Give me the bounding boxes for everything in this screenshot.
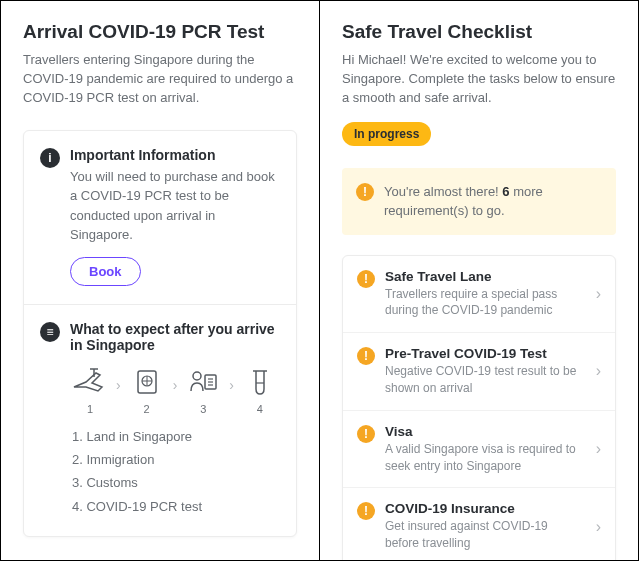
important-info-section: i Important Information You will need to… [24, 131, 296, 304]
checklist-item-pre-travel-test[interactable]: ! Pre-Travel COVID-19 Test Negative COVI… [343, 332, 615, 410]
step-num: 2 [144, 403, 150, 415]
progress-alert: ! You're almost there! 6 more requiremen… [342, 168, 616, 235]
checklist-item-visa[interactable]: ! Visa A valid Singapore visa is require… [343, 410, 615, 488]
item-title: COVID-19 Insurance [385, 501, 582, 516]
item-desc: Travellers require a special pass during… [385, 286, 582, 320]
book-button[interactable]: Book [70, 257, 141, 286]
list-item: 4. COVID-19 PCR test [72, 495, 280, 518]
page-title: Arrival COVID-19 PCR Test [23, 21, 297, 43]
important-text: You will need to purchase and book a COV… [70, 167, 280, 245]
chevron-right-icon: › [592, 518, 601, 536]
page-subtitle: Travellers entering Singapore during the… [23, 51, 297, 108]
item-title: Safe Travel Lane [385, 269, 582, 284]
passport-icon [129, 367, 165, 397]
chevron-right-icon: › [173, 377, 178, 393]
warning-icon: ! [357, 270, 375, 288]
customs-icon [185, 367, 221, 397]
checklist: ! Safe Travel Lane Travellers require a … [342, 255, 616, 560]
chevron-right-icon: › [116, 377, 121, 393]
warning-icon: ! [357, 502, 375, 520]
info-icon: i [40, 148, 60, 168]
svg-point-6 [193, 372, 201, 380]
test-tube-icon [242, 367, 278, 397]
step-2: 2 [129, 367, 165, 415]
chevron-right-icon: › [229, 377, 234, 393]
step-num: 4 [257, 403, 263, 415]
page-subtitle: Hi Michael! We're excited to welcome you… [342, 51, 616, 108]
step-1: 1 [72, 367, 108, 415]
chevron-right-icon: › [592, 440, 601, 458]
step-num: 3 [200, 403, 206, 415]
step-4: 4 [242, 367, 278, 415]
list-item: 3. Customs [72, 471, 280, 494]
alert-prefix: You're almost there! [384, 184, 502, 199]
app-container: Arrival COVID-19 PCR Test Travellers ent… [0, 0, 639, 561]
list-item: 2. Immigration [72, 448, 280, 471]
item-desc: A valid Singapore visa is required to se… [385, 441, 582, 475]
list-icon [40, 322, 60, 342]
step-3: 3 [185, 367, 221, 415]
expect-heading: What to expect after you arrive in Singa… [70, 321, 280, 353]
item-desc: Negative COVID-19 test result to be show… [385, 363, 582, 397]
list-item: 1. Land in Singapore [72, 425, 280, 448]
info-card: i Important Information You will need to… [23, 130, 297, 538]
step-num: 1 [87, 403, 93, 415]
panel-checklist: Safe Travel Checklist Hi Michael! We're … [320, 1, 638, 560]
warning-icon: ! [357, 425, 375, 443]
checklist-item-safe-travel-lane[interactable]: ! Safe Travel Lane Travellers require a … [343, 256, 615, 333]
what-to-expect-section: What to expect after you arrive in Singa… [24, 304, 296, 537]
chevron-right-icon: › [592, 362, 601, 380]
steps-illustration: 1 › 2 [70, 367, 280, 415]
plane-icon [72, 367, 108, 397]
item-title: Visa [385, 424, 582, 439]
status-badge: In progress [342, 122, 431, 146]
item-title: Pre-Travel COVID-19 Test [385, 346, 582, 361]
chevron-right-icon: › [592, 285, 601, 303]
page-title: Safe Travel Checklist [342, 21, 616, 43]
checklist-item-insurance[interactable]: ! COVID-19 Insurance Get insured against… [343, 487, 615, 560]
item-desc: Get insured against COVID-19 before trav… [385, 518, 582, 552]
alert-count: 6 [502, 184, 509, 199]
alert-icon: ! [356, 183, 374, 201]
important-heading: Important Information [70, 147, 280, 163]
alert-text: You're almost there! 6 more requirement(… [384, 182, 602, 221]
panel-pcr-test: Arrival COVID-19 PCR Test Travellers ent… [1, 1, 320, 560]
steps-list: 1. Land in Singapore 2. Immigration 3. C… [70, 425, 280, 519]
warning-icon: ! [357, 347, 375, 365]
